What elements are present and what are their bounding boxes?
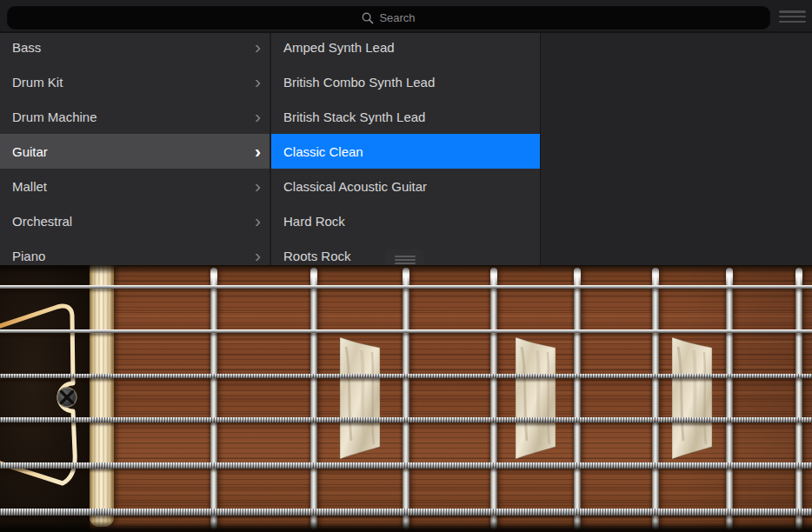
preset-label: Roots Rock — [283, 249, 351, 263]
category-label: Guitar — [12, 144, 48, 159]
search-icon — [362, 12, 374, 24]
guitar-headstock — [0, 265, 90, 532]
guitar-string-5[interactable] — [0, 462, 812, 469]
chevron-right-icon: › — [255, 176, 261, 195]
preset-label: Hard Rock — [283, 214, 345, 229]
fret-2 — [310, 268, 317, 530]
guitar-fretboard[interactable] — [0, 265, 812, 532]
search-placeholder: Search — [379, 11, 415, 24]
category-drum-kit[interactable]: Drum Kit› — [0, 64, 270, 99]
category-drum-machine[interactable]: Drum Machine› — [0, 99, 270, 134]
fret-marker-inlay — [339, 336, 381, 460]
preset-classic-clean[interactable]: Classic Clean — [271, 134, 541, 169]
fret-3 — [403, 268, 409, 530]
category-piano[interactable]: Piano› — [0, 238, 270, 265]
guitar-string-4[interactable] — [0, 417, 812, 422]
fret-4 — [490, 268, 497, 530]
preset-british-combo-synth-lead[interactable]: British Combo Synth Lead — [271, 64, 541, 99]
preset-list: Amped Synth LeadBritish Combo Synth Lead… — [271, 33, 541, 265]
category-label: Mallet — [12, 179, 47, 194]
category-list: Bass›Drum Kit›Drum Machine›Guitar›Mallet… — [0, 33, 270, 265]
preset-british-stack-synth-lead[interactable]: British Stack Synth Lead — [271, 99, 541, 134]
preset-label: Classical Acoustic Guitar — [283, 179, 427, 194]
preset-classical-acoustic-guitar[interactable]: Classical Acoustic Guitar — [271, 169, 541, 203]
fret-marker-inlay — [515, 336, 556, 460]
category-guitar[interactable]: Guitar› — [0, 134, 270, 169]
sound-browser: Bass›Drum Kit›Drum Machine›Guitar›Mallet… — [0, 33, 541, 265]
garageband-window: Search Bass›Drum Kit›Drum Machine›Guitar… — [0, 0, 812, 532]
chevron-right-icon: › — [255, 107, 261, 125]
preset-label: British Combo Synth Lead — [283, 75, 435, 90]
guitar-string-3[interactable] — [0, 374, 812, 378]
guitar-string-1[interactable] — [0, 285, 812, 289]
preset-hard-rock[interactable]: Hard Rock — [271, 203, 541, 238]
category-orchestral[interactable]: Orchestral› — [0, 203, 270, 238]
category-label: Drum Kit — [12, 75, 63, 90]
category-label: Orchestral — [12, 214, 72, 229]
fret-6 — [652, 268, 659, 530]
preset-label: Classic Clean — [283, 144, 363, 159]
guitar-string-2[interactable] — [0, 329, 812, 333]
fret-marker-inlay — [671, 336, 713, 460]
guitar-nut — [90, 265, 114, 527]
guitar-string-6[interactable] — [0, 509, 812, 515]
menu-icon[interactable] — [779, 10, 806, 23]
truss-rod-screw-icon — [57, 388, 77, 407]
fret-1 — [210, 268, 217, 530]
preset-label: Amped Synth Lead — [283, 40, 395, 55]
preset-label: British Stack Synth Lead — [283, 110, 425, 124]
category-bass[interactable]: Bass› — [0, 33, 270, 64]
category-label: Piano — [12, 249, 45, 263]
chevron-right-icon: › — [255, 72, 261, 90]
search-input[interactable]: Search — [7, 6, 770, 30]
category-mallet[interactable]: Mallet› — [0, 169, 270, 203]
category-label: Drum Machine — [12, 110, 97, 124]
fret-8 — [795, 268, 802, 530]
chevron-right-icon: › — [255, 211, 261, 229]
chevron-right-icon: › — [255, 142, 261, 160]
drag-handle[interactable] — [385, 249, 424, 267]
top-bar: Search — [0, 0, 812, 33]
chevron-right-icon: › — [255, 37, 261, 56]
fret-7 — [726, 268, 733, 530]
category-label: Bass — [12, 40, 41, 55]
preset-amped-synth-lead[interactable]: Amped Synth Lead — [271, 33, 541, 64]
fret-5 — [574, 268, 581, 530]
chevron-right-icon: › — [255, 246, 261, 264]
browser-backdrop — [541, 33, 812, 265]
